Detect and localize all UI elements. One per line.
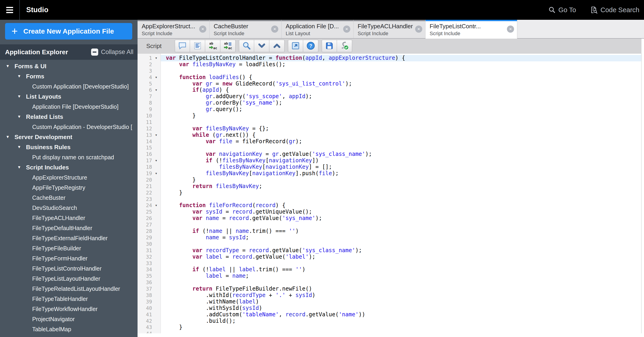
tree-expand-icon[interactable]: ▼: [6, 135, 14, 139]
tree-item[interactable]: Custom Application [DeveloperStudio]: [0, 81, 138, 91]
code-line[interactable]: gr.orderBy('sys_name');: [161, 100, 641, 106]
fold-arrow-icon[interactable]: ▾: [152, 132, 160, 138]
tab-5[interactable]: FileTypeListContr...Script Include×: [426, 20, 517, 39]
tree-item[interactable]: Put display name on scratchpad: [0, 152, 138, 162]
tree-expand-icon[interactable]: ▼: [17, 94, 26, 99]
code-line[interactable]: filesByNavKey[navigationKey].push(file);: [161, 170, 641, 177]
toolbar-open-in-new-window-button[interactable]: [288, 40, 303, 52]
tree-item[interactable]: DevStudioSearch: [0, 203, 138, 213]
tree-item[interactable]: CacheBuster: [0, 193, 138, 203]
toolbar-replace-button[interactable]: abac: [205, 40, 220, 52]
code-line[interactable]: }: [161, 113, 641, 119]
toolbar-format-code-button[interactable]: [190, 40, 205, 52]
go-to-button[interactable]: Go To: [548, 6, 576, 14]
tree-item[interactable]: FileTypeACLHandler: [0, 213, 138, 223]
tree-item[interactable]: ▼Business Rules: [0, 142, 138, 152]
tree-item[interactable]: Application File [DeveloperStudio]: [0, 102, 138, 112]
tree-expand-icon[interactable]: ▼: [17, 165, 26, 170]
tree-item[interactable]: ▼Forms & UI: [0, 61, 138, 71]
code-line[interactable]: [161, 222, 641, 228]
code-line[interactable]: var FileTypeListControlHandler = functio…: [161, 55, 641, 61]
code-line[interactable]: [161, 260, 641, 267]
toolbar-search-button[interactable]: [239, 40, 254, 52]
code-line[interactable]: var filesByNavKey = {};: [161, 125, 641, 132]
code-line[interactable]: [161, 331, 641, 333]
code-line[interactable]: if (!filesByNavKey[navigationKey]): [161, 157, 641, 164]
code-line[interactable]: .withSysId(sysId): [161, 305, 641, 312]
tab-1[interactable]: AppExplorerStruct...Script Include×: [138, 20, 210, 38]
code-line[interactable]: var file = fileForRecord(gr);: [161, 138, 641, 145]
code-line[interactable]: label = name;: [161, 273, 641, 279]
fold-arrow-icon[interactable]: ▾: [152, 202, 160, 209]
tab-close-button[interactable]: ×: [271, 25, 278, 33]
code-line[interactable]: var gr = new GlideRecord('sys_ui_list_co…: [161, 81, 641, 87]
code-line[interactable]: gr.addQuery('sys_scope', appId);: [161, 93, 641, 100]
tree-item[interactable]: ▼Server Development: [0, 132, 138, 142]
code-line[interactable]: [161, 68, 641, 74]
fold-arrow-icon[interactable]: ▾: [152, 157, 160, 164]
tree-item[interactable]: ▼List Layouts: [0, 91, 138, 102]
tab-close-button[interactable]: ×: [415, 25, 422, 33]
tab-close-button[interactable]: ×: [199, 25, 206, 33]
toolbar-replace-all-button[interactable]: abac: [220, 40, 236, 52]
tree-item[interactable]: AppExplorerStructure: [0, 172, 138, 183]
code-line[interactable]: var filesByNavKey = loadFiles();: [161, 61, 641, 68]
code-line[interactable]: if (!name || name.trim() === ''): [161, 228, 641, 235]
code-line[interactable]: return FileTypeFileBuilder.newFile(): [161, 286, 641, 292]
tree-expand-icon[interactable]: ▼: [6, 64, 14, 68]
toolbar-find-next-button[interactable]: [254, 40, 269, 52]
code-line[interactable]: var name = record.getValue('sys_name');: [161, 215, 641, 222]
fold-arrow-icon[interactable]: ▾: [152, 170, 160, 177]
code-search-button[interactable]: Code Search: [590, 6, 640, 14]
code-line[interactable]: }: [161, 177, 641, 183]
tree-item[interactable]: ProjectNavigator: [0, 314, 138, 324]
fold-arrow-icon[interactable]: ▾: [152, 87, 160, 93]
tree-item[interactable]: AppFileTypeRegistry: [0, 183, 138, 193]
tree-item[interactable]: FileTypeExternalFieldHandler: [0, 233, 138, 243]
toolbar-find-previous-button[interactable]: [269, 40, 284, 52]
code-line[interactable]: if (!label || label.trim() === ''): [161, 267, 641, 273]
code-line[interactable]: .withName(label): [161, 299, 641, 305]
toolbar-comment-button[interactable]: [175, 40, 190, 52]
code-line[interactable]: var sysId = record.getUniqueValue();: [161, 209, 641, 215]
code-line[interactable]: name = sysId;: [161, 235, 641, 241]
code-line[interactable]: [161, 279, 641, 286]
code-line[interactable]: var recordType = record.getValue('sys_cl…: [161, 247, 641, 254]
tree-item[interactable]: FileTypeWorkflowHandler: [0, 304, 138, 314]
collapse-all-button[interactable]: Collapse All: [91, 48, 134, 56]
code-line[interactable]: while (gr.next()) {: [161, 132, 641, 138]
tree-expand-icon[interactable]: ▼: [17, 145, 26, 149]
tab-close-button[interactable]: ×: [507, 25, 514, 33]
code-line[interactable]: function fileForRecord(record) {: [161, 202, 641, 209]
code-line[interactable]: if(appId) {: [161, 87, 641, 93]
tree-item[interactable]: FileTypeListControlHandler: [0, 264, 138, 274]
create-new-application-file-button[interactable]: + Create New Application File: [5, 23, 132, 39]
tree-item[interactable]: FileTypeFormHandler: [0, 253, 138, 264]
tree-item[interactable]: FileTypeFileBuilder: [0, 243, 138, 253]
code-line[interactable]: var label = record.getValue('label');: [161, 254, 641, 260]
tree-item[interactable]: ▼Script Includes: [0, 162, 138, 172]
code-line[interactable]: .addCustom('tableName', record.getValue(…: [161, 312, 641, 318]
tree-item[interactable]: FileTypeListLayoutHandler: [0, 274, 138, 284]
toolbar-help-button[interactable]: ?: [303, 40, 318, 52]
code-line[interactable]: return filesByNavKey;: [161, 183, 641, 190]
code-line[interactable]: }: [161, 324, 641, 331]
code-line[interactable]: [161, 196, 641, 203]
code-line[interactable]: .withId(recordType + '.' + sysId): [161, 292, 641, 299]
toolbar-syntax-check-button[interactable]: [337, 40, 352, 52]
code-line[interactable]: [161, 119, 641, 125]
code-area[interactable]: var FileTypeListControlHandler = functio…: [161, 53, 641, 333]
code-line[interactable]: [161, 145, 641, 151]
tree-item[interactable]: FileTypeDefaultHandler: [0, 223, 138, 233]
code-line[interactable]: filesByNavKey[navigationKey] = [];: [161, 164, 641, 170]
tree-expand-icon[interactable]: ▼: [17, 74, 26, 79]
fold-arrow-icon[interactable]: ▾: [152, 55, 160, 61]
hamburger-menu-button[interactable]: [0, 0, 20, 20]
toolbar-save-button[interactable]: [322, 40, 337, 52]
tree-item[interactable]: Custom Application - DeveloperStudio [: [0, 122, 138, 132]
code-line[interactable]: var navigationKey = gr.getValue('sys_cla…: [161, 151, 641, 157]
tree-item[interactable]: FileTypeTableHandler: [0, 294, 138, 304]
tree-item[interactable]: ▼Forms: [0, 71, 138, 81]
code-editor[interactable]: 1▾234▾56▾78910111213▾14151617▾1819▾20212…: [138, 53, 642, 333]
tab-2[interactable]: CacheBusterScript Include×: [210, 20, 282, 38]
